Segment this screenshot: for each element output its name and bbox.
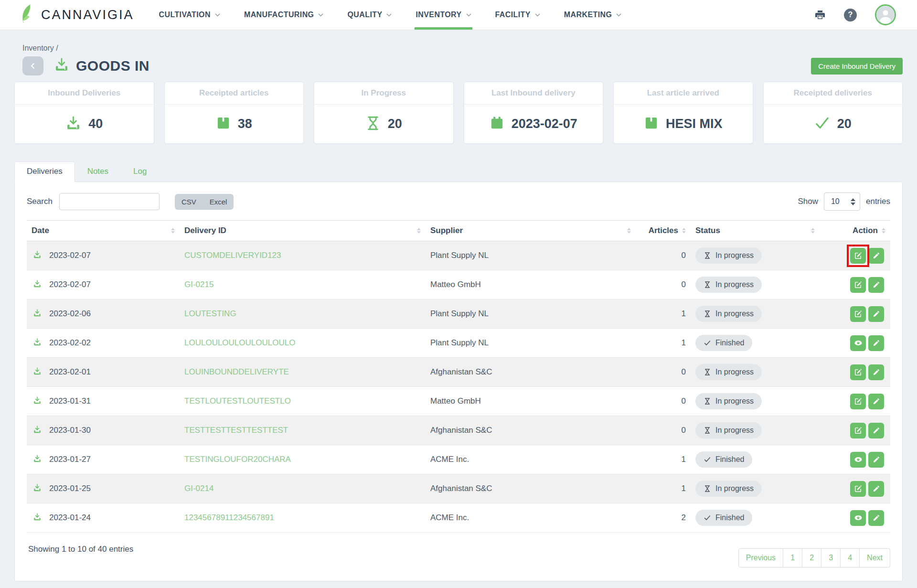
- delivery-id-link[interactable]: 12345678911234567891: [184, 513, 274, 523]
- delivery-id-link[interactable]: CUSTOMDELIVERYID123: [184, 251, 281, 260]
- edit-delivery-button[interactable]: [850, 394, 866, 409]
- supplier-name: Plant Supply NL: [426, 251, 636, 260]
- edit-pencil-button[interactable]: [868, 452, 884, 468]
- pencil-icon: [873, 281, 880, 289]
- delivery-date: 2023-02-02: [49, 338, 91, 348]
- csv-export-button[interactable]: CSV: [175, 194, 203, 210]
- search-input[interactable]: [59, 193, 160, 210]
- column-header-articles[interactable]: Articles: [636, 226, 691, 235]
- column-header-delivery-id[interactable]: Delivery ID: [180, 226, 426, 235]
- nav-item-manufacturing[interactable]: MANUFACTURING: [243, 0, 325, 30]
- excel-export-button[interactable]: Excel: [203, 194, 234, 210]
- delivery-id-link[interactable]: TESTLOUTESTLOUTESTLO: [184, 396, 291, 406]
- nav-item-facility[interactable]: FACILITY: [494, 0, 541, 30]
- view-delivery-button[interactable]: [850, 510, 866, 526]
- stat-card-last-inbound-delivery: Last Inbound delivery 2023-02-07: [464, 82, 604, 144]
- stepper-arrows-icon: [851, 198, 855, 205]
- edit-pencil-button[interactable]: [868, 364, 884, 380]
- edit-delivery-button[interactable]: [850, 248, 866, 264]
- edit-pencil-button[interactable]: [868, 481, 884, 497]
- supplier-name: Matteo GmbH: [426, 396, 636, 406]
- status-badge: In progress: [695, 306, 762, 322]
- stat-label: In Progress: [314, 82, 453, 105]
- tab-log[interactable]: Log: [121, 161, 159, 182]
- create-inbound-delivery-button[interactable]: Create Inbound Delivery: [811, 58, 903, 75]
- edit-pencil-button[interactable]: [868, 423, 884, 438]
- delivery-id-link[interactable]: TESTINGLOUFOR20CHARA: [184, 455, 291, 464]
- page-button-4[interactable]: 4: [841, 548, 860, 567]
- page-button-2[interactable]: 2: [802, 548, 821, 567]
- page-button-3[interactable]: 3: [821, 548, 841, 567]
- help-icon[interactable]: ?: [844, 9, 857, 21]
- edit-delivery-button[interactable]: [850, 277, 866, 293]
- print-icon[interactable]: [814, 9, 826, 21]
- pencil-icon: [873, 368, 880, 376]
- pencil-icon: [873, 485, 880, 492]
- brand-logo[interactable]: CANNAVIGIA: [19, 0, 134, 30]
- table-header-row: Date Delivery ID Supplier Articles Statu…: [27, 220, 890, 241]
- status-text: In progress: [715, 368, 754, 376]
- column-header-action[interactable]: Action: [820, 226, 890, 235]
- edit-pencil-button[interactable]: [868, 394, 884, 409]
- delivery-date: 2023-02-01: [49, 367, 91, 377]
- delivery-date: 2023-01-31: [49, 396, 91, 406]
- goods-in-tray-icon: [65, 115, 81, 133]
- delivery-id-link[interactable]: LOUTESTING: [184, 309, 236, 319]
- status-badge: In progress: [695, 364, 762, 380]
- goods-in-row-icon: [33, 250, 42, 261]
- articles-count: 0: [636, 426, 691, 435]
- page-size-select[interactable]: 10: [824, 192, 860, 211]
- view-delivery-button[interactable]: [850, 335, 866, 351]
- delivery-date: 2023-02-07: [49, 251, 91, 260]
- previous-page-button[interactable]: Previous: [738, 548, 783, 567]
- column-header-supplier[interactable]: Supplier: [426, 226, 636, 235]
- export-buttons: CSV Excel: [175, 194, 234, 210]
- edit-delivery-button[interactable]: [850, 306, 866, 322]
- delivery-id-link[interactable]: GI-0214: [184, 484, 213, 493]
- sort-icon: [412, 228, 421, 234]
- chevron-down-icon: [215, 13, 220, 17]
- status-badge: Finished: [695, 451, 752, 468]
- delivery-id-link[interactable]: LOUINBOUNDDELIVERYTE: [184, 367, 289, 377]
- check-icon: [704, 339, 711, 347]
- page-title: GOODS IN: [54, 57, 149, 75]
- page-button-1[interactable]: 1: [783, 548, 802, 567]
- view-delivery-button[interactable]: [850, 452, 866, 468]
- breadcrumb[interactable]: Inventory /: [14, 30, 903, 56]
- back-button[interactable]: [22, 56, 43, 75]
- edit-square-icon: [854, 310, 862, 318]
- main-menu: CULTIVATION MANUFACTURING QUALITY INVENT…: [158, 0, 623, 30]
- status-badge: In progress: [695, 422, 762, 438]
- edit-square-icon: [854, 281, 862, 289]
- column-header-date[interactable]: Date: [27, 226, 180, 235]
- edit-delivery-button[interactable]: [850, 364, 866, 380]
- nav-item-quality[interactable]: QUALITY: [346, 0, 393, 30]
- edit-pencil-button[interactable]: [868, 306, 884, 322]
- nav-item-cultivation[interactable]: CULTIVATION: [158, 0, 221, 30]
- edit-delivery-button[interactable]: [850, 423, 866, 438]
- edit-delivery-button[interactable]: [850, 481, 866, 497]
- pencil-icon: [873, 456, 880, 463]
- nav-item-inventory[interactable]: INVENTORY: [415, 0, 472, 30]
- edit-pencil-button[interactable]: [868, 277, 884, 293]
- edit-pencil-button[interactable]: [868, 335, 884, 351]
- supplier-name: Afghanistan S&C: [426, 426, 636, 435]
- edit-pencil-button[interactable]: [868, 510, 884, 526]
- pencil-icon: [873, 514, 880, 522]
- avatar[interactable]: [875, 4, 896, 25]
- goods-in-row-icon: [33, 396, 42, 407]
- column-header-status[interactable]: Status: [691, 226, 820, 235]
- next-page-button[interactable]: Next: [860, 548, 890, 567]
- delivery-id-link[interactable]: LOULOULOULOULOULOULO: [184, 338, 295, 348]
- stat-label: Last Inbound delivery: [464, 82, 603, 105]
- stat-card-receipted-deliveries: Receipted deliveries 20: [763, 82, 903, 144]
- edit-pencil-button[interactable]: [868, 248, 884, 264]
- delivery-id-link[interactable]: TESTTESTTESTTESTTEST: [184, 426, 288, 435]
- package-box-icon: [644, 116, 659, 132]
- delivery-id-link[interactable]: GI-0215: [184, 280, 213, 289]
- tab-notes[interactable]: Notes: [75, 161, 121, 182]
- status-text: In progress: [715, 397, 754, 406]
- nav-item-marketing[interactable]: MARKETING: [563, 0, 622, 30]
- tab-deliveries[interactable]: Deliveries: [14, 161, 75, 182]
- table-row: 2023-01-24 12345678911234567891 ACME Inc…: [27, 503, 890, 533]
